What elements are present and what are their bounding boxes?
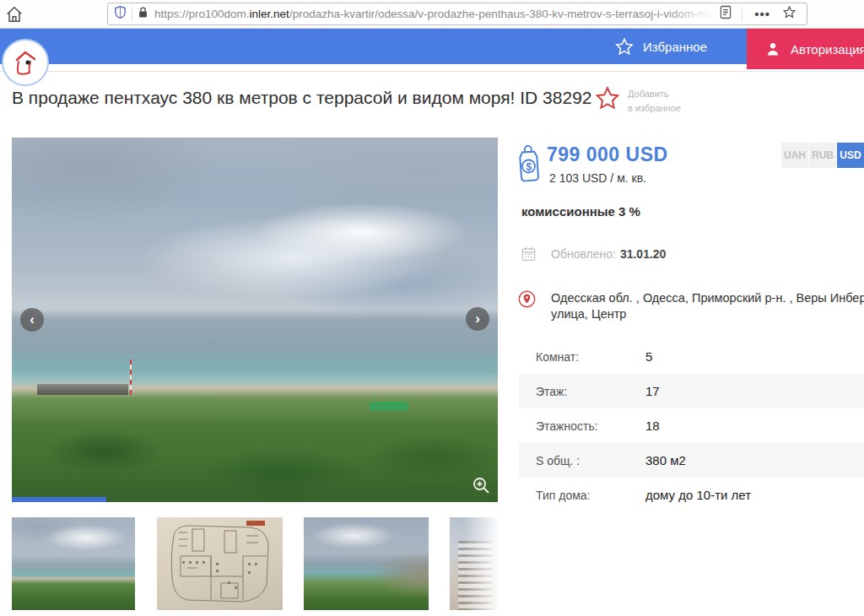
- page-title: В продаже пентхаус 380 кв метров с терра…: [12, 88, 594, 108]
- currency-toggle: UAH RUB USD: [780, 143, 864, 168]
- calendar-icon: [521, 246, 537, 262]
- svg-text:$: $: [526, 161, 532, 173]
- thumbnail-floor-plan[interactable]: [157, 517, 283, 610]
- favorites-star-icon: [614, 37, 634, 57]
- updated-date: 31.01.20: [620, 247, 667, 261]
- attr-row-area: S общ. : 380 м2: [519, 443, 864, 478]
- lock-icon: [138, 6, 148, 22]
- currency-usd-button[interactable]: USD: [837, 143, 864, 168]
- floor-plan-drawing: [162, 519, 278, 608]
- commission-note: комиссионные 3 %: [521, 204, 640, 219]
- site-logo[interactable]: [2, 39, 49, 86]
- urlbar-separator-2: [742, 7, 742, 21]
- photo-roof-detail: [370, 402, 408, 411]
- user-icon: [765, 41, 780, 57]
- url-prefix: https://pro100dom.: [154, 8, 250, 20]
- reader-mode-icon[interactable]: [720, 5, 732, 23]
- add-to-favorites-button[interactable]: Добавить в избранное: [594, 85, 681, 116]
- url-text[interactable]: https://pro100dom.inler.net/prodazha-kva…: [154, 8, 715, 20]
- attributes-table: Комнат: 5 Этаж: 17 Этажность: 18 S общ. …: [519, 339, 864, 512]
- thumbnail-sea-view-2[interactable]: [304, 517, 429, 610]
- login-label: Авторизация: [791, 42, 864, 57]
- browser-toolbar: https://pro100dom.inler.net/prodazha-kva…: [0, 0, 864, 29]
- chevron-left-icon: ‹: [30, 311, 35, 328]
- gallery-prev-button[interactable]: ‹: [20, 308, 44, 332]
- url-path: /prodazha-kvartir/odessa/v-prodazhe-pent…: [289, 8, 715, 20]
- photo-pier-detail: [37, 384, 128, 395]
- attr-row-floors-total: Этажность: 18: [519, 408, 864, 443]
- attr-row-house-type: Тип дома: дому до 10-ти лет: [519, 478, 864, 512]
- zoom-in-icon[interactable]: [471, 475, 491, 495]
- location-row: Одесская обл. , Одесса, Приморский р-н. …: [518, 290, 864, 322]
- thumbnail-building[interactable]: [450, 517, 498, 610]
- currency-rub-button[interactable]: RUB: [809, 143, 836, 168]
- updated-label: Обновлено:: [551, 247, 616, 261]
- currency-uah-button[interactable]: UAH: [781, 143, 808, 168]
- url-bar[interactable]: https://pro100dom.inler.net/prodazha-kva…: [107, 3, 807, 25]
- price-value: 799 000 USD: [547, 143, 668, 166]
- urlbar-separator: [132, 7, 132, 21]
- location-text: Одесская обл. , Одесса, Приморский р-н. …: [551, 290, 864, 322]
- location-pin-icon: [518, 290, 536, 308]
- thumbnail-sea-view-1[interactable]: [12, 517, 135, 610]
- add-favorite-label: Добавить в избранное: [628, 85, 681, 116]
- thumbnail-fade-overlay: [464, 517, 498, 610]
- page-actions-icon[interactable]: •••: [754, 7, 770, 21]
- attr-row-floor: Этаж: 17: [519, 374, 864, 408]
- gallery-progress-bar: [12, 497, 106, 502]
- chevron-right-icon: ›: [475, 311, 480, 327]
- header-divider: [0, 71, 864, 72]
- photo-mast-detail: [130, 359, 132, 395]
- main-photo[interactable]: ‹ ›: [12, 138, 498, 502]
- home-icon[interactable]: [5, 5, 24, 24]
- login-button[interactable]: Авторизация: [747, 29, 864, 69]
- updated-row: Обновлено: 31.01.20: [521, 246, 666, 262]
- nav-favorites[interactable]: Избранное: [614, 29, 707, 64]
- price-tag-icon: $: [516, 144, 542, 186]
- tracking-shield-icon[interactable]: [114, 5, 127, 23]
- add-favorite-star-icon: [594, 85, 621, 111]
- site-header: [0, 29, 864, 64]
- url-domain: inler.net: [250, 8, 289, 20]
- url-fade: [664, 8, 715, 20]
- price-per-sqm: 2 103 USD / м. кв.: [549, 171, 646, 185]
- favorites-label: Избранное: [643, 40, 707, 54]
- screen: https://pro100dom.inler.net/prodazha-kva…: [0, 0, 864, 616]
- attr-row-rooms: Комнат: 5: [519, 339, 864, 374]
- bookmark-star-icon[interactable]: [782, 5, 796, 23]
- gallery-next-button[interactable]: ›: [466, 307, 489, 331]
